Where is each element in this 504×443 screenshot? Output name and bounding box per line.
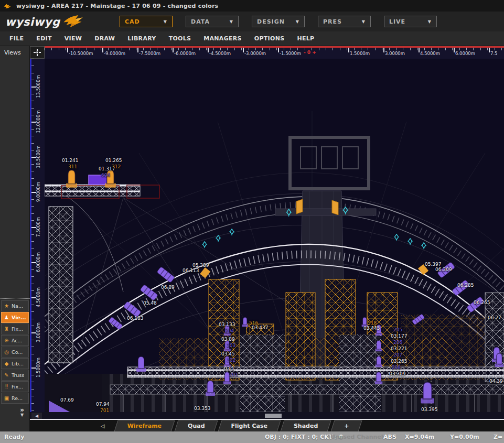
mode-tab-pres[interactable]: PRES▼ xyxy=(318,16,371,27)
view-tab-label: Flight Case xyxy=(231,423,267,429)
mode-tab-design[interactable]: DESIGN▼ xyxy=(252,16,305,27)
h-ruler[interactable]: -10.5000m-9.0000m-7.5000m-6.0000m-4.5000… xyxy=(45,46,504,59)
chevron-down-icon: ▼ xyxy=(164,19,167,24)
chevron-down-icon: ▼ xyxy=(20,413,24,418)
h-ruler-label: -7.5000m xyxy=(139,51,160,56)
tab-scroll-left-icon[interactable]: ◁ xyxy=(101,420,105,431)
library-icon: ◆ xyxy=(3,361,10,366)
logo-text: wysiwyg xyxy=(5,16,60,28)
view-tabs: WireframeQuadFlight CaseShaded+ xyxy=(114,420,362,431)
v-ruler-label: 6.0000m xyxy=(36,252,41,272)
sidebar-item-fix[interactable]: ♜Fix... xyxy=(1,323,29,334)
mode-tab-data[interactable]: DATA▼ xyxy=(186,16,239,27)
menu-item-file[interactable]: FILE xyxy=(3,35,30,42)
v-ruler-label: 7.5000m xyxy=(36,217,41,237)
cad-viewport[interactable]: 01.24131101.31760401.26531205.38906.1130… xyxy=(45,59,504,412)
ruler-origin-button[interactable] xyxy=(30,46,45,59)
sidebar-item-na[interactable]: ★Na... xyxy=(1,300,29,311)
mode-tab-live[interactable]: LIVE▼ xyxy=(384,16,437,27)
menu-item-managers[interactable]: MANAGERS xyxy=(197,35,248,42)
sidebar: Views ★Na...♟Vie...♜Fix...☀Ac...◎Co...◆L… xyxy=(0,46,30,431)
h-ruler-label: 4.5000m xyxy=(420,51,440,56)
mode-tab-cad[interactable]: CAD▼ xyxy=(120,16,173,27)
view-tab-quad[interactable]: Quad xyxy=(176,420,216,431)
menu-item-edit[interactable]: EDIT xyxy=(30,35,58,42)
h-ruler-label: 6.0000m xyxy=(455,51,475,56)
status-ready: Ready xyxy=(4,434,24,440)
sidebar-item-re[interactable]: ▣Re... xyxy=(1,393,29,404)
v-ruler-minor-ticks xyxy=(31,59,34,412)
status-x-coordinate: X=9.04m xyxy=(405,434,434,440)
menu-item-library[interactable]: LIBRARY xyxy=(121,35,162,42)
app-bird-icon xyxy=(3,3,12,9)
logo-bird-icon xyxy=(62,14,84,28)
v-ruler-label: 3.0000m xyxy=(36,322,41,342)
chevron-down-icon: ▼ xyxy=(362,19,366,24)
view-tab-wireframe[interactable]: Wireframe xyxy=(116,420,173,431)
h-scrollbar-thumb[interactable] xyxy=(265,414,282,418)
h-ruler-tick xyxy=(278,48,279,52)
h-ruler-minor-ticks xyxy=(45,48,504,50)
chevron-down-icon: ▼ xyxy=(296,19,299,24)
chevron-down-icon: ▼ xyxy=(428,19,432,24)
window-title: wysiwyg - AREA 217 - Mainstage - 17 06 0… xyxy=(16,3,218,9)
view-tab-shaded[interactable]: Shaded xyxy=(282,420,329,431)
menu-item-options[interactable]: OPTIONS xyxy=(248,35,291,42)
sidebar-item-fix[interactable]: ‼Fix... xyxy=(1,381,29,392)
v-ruler-label: 13.5000m xyxy=(36,75,41,98)
console-icon: ◎ xyxy=(3,349,10,355)
mode-tab-label: DESIGN xyxy=(257,18,285,25)
view-tab-label: Wireframe xyxy=(127,423,162,429)
view-tab-label: Shaded xyxy=(294,423,318,429)
status-unused-channels: Unused Channels xyxy=(330,434,387,440)
h-ruler-tick xyxy=(67,48,68,52)
v-ruler-label: 1.5000m xyxy=(36,358,41,377)
view-tab-label: + xyxy=(344,423,349,429)
h-ruler-tick xyxy=(173,48,174,52)
menu-item-help[interactable]: HELP xyxy=(291,35,320,42)
status-z-coordinate: Z= xyxy=(494,434,502,440)
title-bar: wysiwyg - AREA 217 - Mainstage - 17 06 0… xyxy=(0,0,504,12)
h-ruler-label: 7.5 xyxy=(490,51,498,56)
v-ruler[interactable]: 13.5000m12.0000m10.5000m9.0000m7.5000m6.… xyxy=(30,59,45,412)
view-tab-bar: ◁ WireframeQuadFlight CaseShaded+ xyxy=(30,420,504,431)
mode-tab-label: PRES xyxy=(323,18,342,25)
view-tab-plus[interactable]: + xyxy=(333,420,360,431)
h-ruler-label: -1.5000m xyxy=(280,51,301,56)
mode-tab-label: DATA xyxy=(191,18,210,25)
h-scrollbar[interactable]: ◀ xyxy=(30,412,504,420)
menu-bar: FILEEDITVIEWDRAWLIBRARYTOOLSMANAGERSOPTI… xyxy=(0,31,504,46)
sidebar-item-vie[interactable]: ♟Vie... xyxy=(1,312,29,323)
accessory-icon: ☀ xyxy=(3,338,10,343)
h-ruler-tick xyxy=(208,48,209,52)
sidebar-item-label: Vie... xyxy=(12,315,26,320)
h-ruler-tick xyxy=(489,48,490,52)
h-ruler-origin: - 0 + xyxy=(304,50,316,55)
mode-tab-label: CAD xyxy=(125,18,140,25)
h-ruler-tick xyxy=(383,48,384,52)
v-ruler-label: 10.5000m xyxy=(36,145,41,168)
sidebar-item-label: Na... xyxy=(12,303,23,309)
status-coord-mode: ABS xyxy=(383,434,396,440)
v-ruler-label: 12.0000m xyxy=(36,110,41,133)
sidebar-item-ac[interactable]: ☀Ac... xyxy=(1,335,29,346)
crosshair-icon xyxy=(33,48,41,57)
h-ruler-tick xyxy=(243,48,244,52)
sidebar-overflow-button[interactable]: » ▼ xyxy=(20,407,24,418)
sidebar-item-label: Re... xyxy=(12,395,23,401)
scroll-left-arrow-icon[interactable]: ◀ xyxy=(31,413,42,419)
menu-item-tools[interactable]: TOOLS xyxy=(163,35,198,42)
menu-item-draw[interactable]: DRAW xyxy=(88,35,121,42)
sidebar-item-co[interactable]: ◎Co... xyxy=(1,347,29,358)
chevron-down-icon: ▼ xyxy=(230,19,233,24)
h-ruler-tick xyxy=(102,48,103,52)
star-icon: ★ xyxy=(3,303,10,309)
sidebar-item-truss[interactable]: ✎Truss xyxy=(1,370,29,381)
menu-item-view[interactable]: VIEW xyxy=(58,35,88,42)
sidebar-item-lib[interactable]: ◆Lib... xyxy=(1,358,29,369)
app-header: wysiwyg CAD▼DATA▼DESIGN▼PRES▼LIVE▼ xyxy=(0,12,504,31)
fixture-icon: ♜ xyxy=(3,326,10,332)
sidebar-item-label: Truss xyxy=(12,372,24,378)
view-tab-flight-case[interactable]: Flight Case xyxy=(220,420,279,431)
truss-icon: ✎ xyxy=(3,372,10,378)
